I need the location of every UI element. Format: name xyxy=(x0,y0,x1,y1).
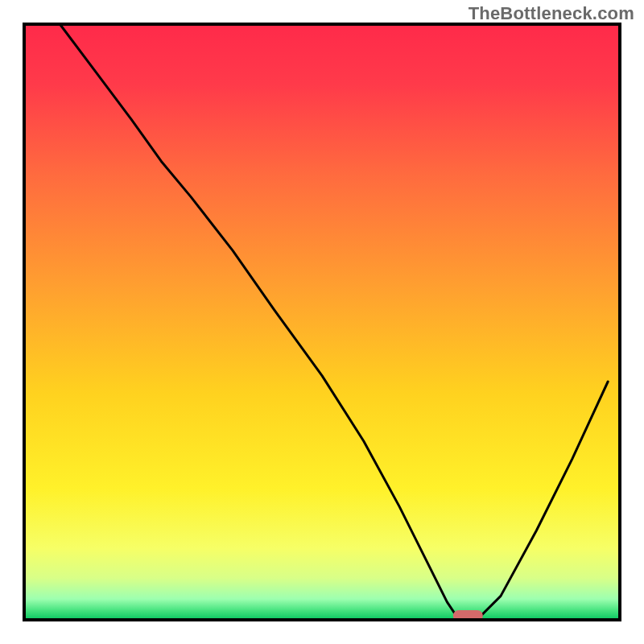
bottleneck-chart: TheBottleneck.com xyxy=(0,0,644,644)
chart-svg xyxy=(0,0,644,644)
plot-background xyxy=(24,24,620,620)
watermark-text: TheBottleneck.com xyxy=(469,3,634,24)
